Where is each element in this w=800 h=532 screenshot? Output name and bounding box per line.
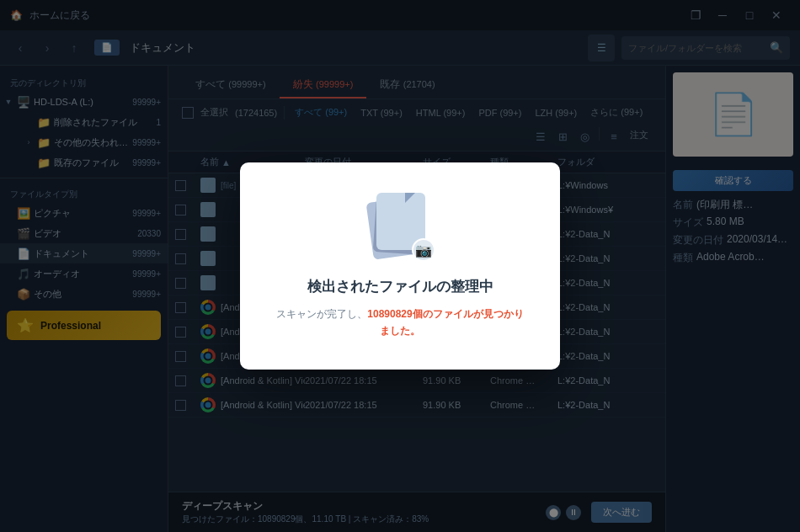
modal-highlight: 10890829個のファイルが見つかりました。: [367, 308, 523, 336]
modal-description: スキャンが完了し、10890829個のファイルが見つかりました。: [274, 306, 526, 338]
modal-dialog: 📷 検出されたファイルの整理中 スキャンが完了し、10890829個のファイルが…: [240, 162, 560, 369]
modal-file-icon: 📷: [366, 193, 434, 260]
file-fold: [405, 193, 415, 203]
modal-overlay: 📷 検出されたファイルの整理中 スキャンが完了し、10890829個のファイルが…: [0, 0, 800, 532]
modal-desc-part1: スキャンが完了し、: [276, 308, 367, 320]
modal-title: 検出されたファイルの整理中: [274, 277, 526, 296]
modal-icon-wrap: 📷: [274, 193, 526, 260]
camera-icon: 📷: [412, 238, 435, 262]
